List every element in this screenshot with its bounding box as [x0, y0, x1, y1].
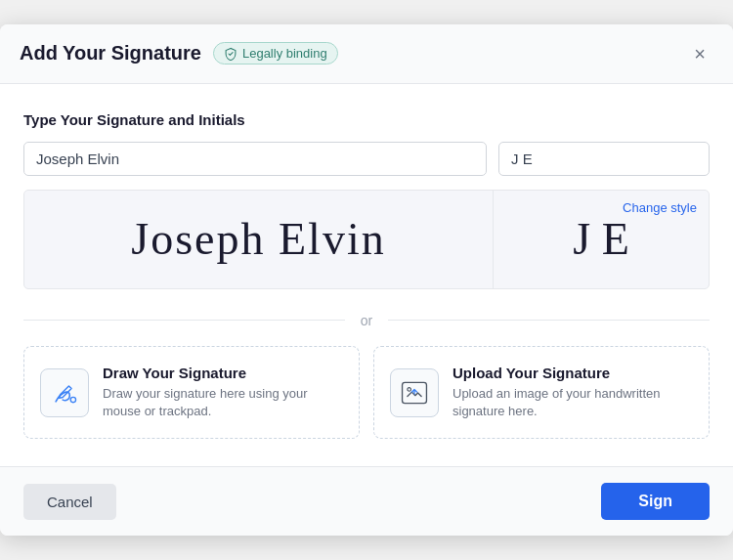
draw-card-title: Draw Your Signature	[103, 365, 343, 381]
badge-label: Legally binding	[242, 46, 327, 61]
header-left: Add Your Signature Legally binding	[20, 42, 338, 65]
modal-footer: Cancel Sign	[0, 466, 733, 536]
signature-preview-row: Joseph Elvin Change style J E	[23, 190, 710, 289]
draw-icon	[49, 377, 80, 409]
shield-icon	[224, 47, 237, 61]
upload-card-title: Upload Your Signature	[453, 365, 693, 381]
close-button[interactable]: ×	[686, 40, 713, 67]
divider-line-right	[388, 320, 710, 321]
upload-card-desc: Upload an image of your handwritten sign…	[453, 385, 693, 420]
draw-signature-card[interactable]: Draw Your Signature Draw your signature …	[23, 346, 360, 439]
initials-preview-area: Change style J E	[494, 191, 709, 288]
svg-point-0	[70, 397, 75, 402]
divider-line-left	[23, 320, 345, 321]
add-signature-modal: Add Your Signature Legally binding × Typ…	[0, 24, 733, 536]
input-row	[23, 142, 710, 176]
modal-title: Add Your Signature	[20, 42, 201, 65]
or-text: or	[345, 313, 388, 328]
or-divider: or	[23, 313, 710, 328]
draw-card-content: Draw Your Signature Draw your signature …	[103, 365, 343, 420]
modal-body: Type Your Signature and Initials Joseph …	[0, 84, 733, 466]
svg-point-2	[408, 387, 411, 391]
initials-input[interactable]	[498, 142, 710, 176]
legally-binding-badge: Legally binding	[213, 42, 338, 65]
signature-input[interactable]	[23, 142, 487, 176]
action-cards: Draw Your Signature Draw your signature …	[23, 346, 710, 439]
signature-preview-text: Joseph Elvin	[131, 213, 385, 265]
draw-card-desc: Draw your signature here using your mous…	[103, 385, 343, 420]
modal-header: Add Your Signature Legally binding ×	[0, 24, 733, 84]
signature-preview-area: Joseph Elvin	[24, 191, 494, 288]
change-style-link[interactable]: Change style	[623, 200, 697, 215]
draw-icon-container	[40, 368, 89, 417]
section-label: Type Your Signature and Initials	[23, 111, 710, 128]
cancel-button[interactable]: Cancel	[23, 484, 116, 520]
upload-card-content: Upload Your Signature Upload an image of…	[453, 365, 693, 420]
sign-button[interactable]: Sign	[601, 483, 710, 520]
upload-icon-container	[390, 368, 439, 417]
upload-icon	[399, 377, 430, 409]
initials-preview-text: J E	[573, 213, 629, 265]
upload-signature-card[interactable]: Upload Your Signature Upload an image of…	[373, 346, 710, 439]
